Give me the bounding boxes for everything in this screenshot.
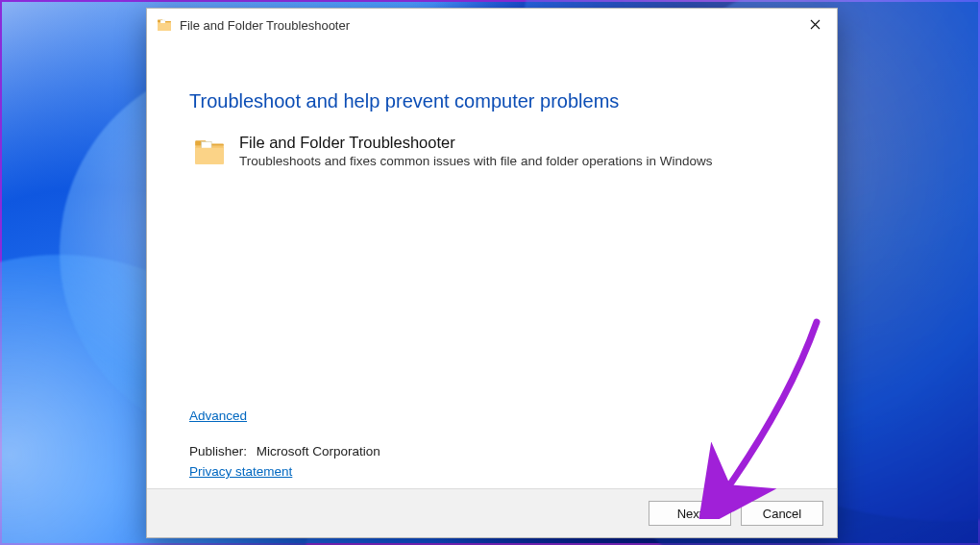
titlebar: File and Folder Troubleshooter bbox=[147, 9, 837, 42]
window-controls bbox=[793, 9, 837, 41]
folder-icon bbox=[193, 136, 226, 168]
publisher-label: Publisher: bbox=[189, 444, 247, 458]
dialog-footer: Next Cancel bbox=[147, 488, 837, 537]
spacer bbox=[189, 168, 795, 409]
close-button[interactable] bbox=[793, 9, 837, 41]
troubleshooter-item-description: Troubleshoots and fixes common issues wi… bbox=[239, 154, 713, 168]
close-icon bbox=[810, 17, 821, 33]
dialog-content: Troubleshoot and help prevent computer p… bbox=[147, 42, 837, 488]
cancel-button[interactable]: Cancel bbox=[741, 501, 823, 526]
next-button[interactable]: Next bbox=[649, 501, 731, 526]
svg-rect-5 bbox=[195, 148, 224, 164]
troubleshooter-item: File and Folder Troubleshooter Troublesh… bbox=[193, 134, 795, 168]
svg-rect-2 bbox=[158, 23, 171, 31]
troubleshooter-item-text: File and Folder Troubleshooter Troublesh… bbox=[239, 134, 713, 168]
publisher-value: Microsoft Corporation bbox=[257, 444, 380, 458]
troubleshooter-item-title: File and Folder Troubleshooter bbox=[239, 134, 713, 152]
troubleshooter-dialog: File and Folder Troubleshooter Troublesh… bbox=[146, 8, 838, 538]
privacy-statement-link[interactable]: Privacy statement bbox=[189, 464, 292, 479]
folder-icon bbox=[157, 17, 172, 33]
publisher-row: Publisher: Microsoft Corporation bbox=[189, 444, 795, 458]
advanced-link[interactable]: Advanced bbox=[189, 409, 247, 423]
page-title: Troubleshoot and help prevent computer p… bbox=[189, 90, 795, 112]
window-title: File and Folder Troubleshooter bbox=[180, 18, 350, 33]
